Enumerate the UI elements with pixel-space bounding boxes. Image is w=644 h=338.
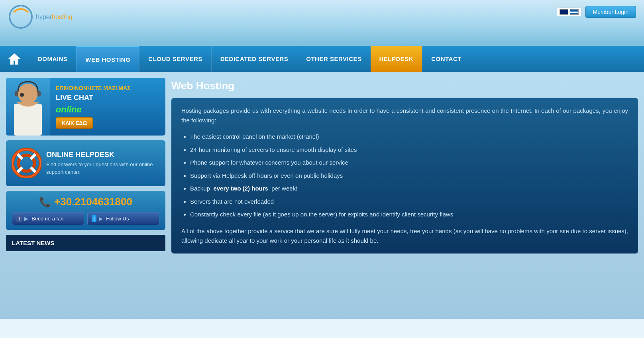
- lifebuoy-icon: [12, 148, 41, 178]
- home-icon: [7, 52, 22, 66]
- svg-rect-6: [37, 91, 41, 96]
- helpdesk-description: Find answers to your questions with our …: [46, 161, 160, 175]
- helpdesk-widget[interactable]: ONLINE HELPDESK Find answers to your que…: [6, 140, 165, 186]
- svg-point-13: [13, 149, 41, 177]
- latest-news-bar: LATEST NEWS: [6, 235, 165, 251]
- flag-gr[interactable]: [570, 9, 579, 15]
- nav-item-other-services[interactable]: OTHER SERVICES: [297, 46, 370, 72]
- logo[interactable]: hyperhosting: [8, 4, 73, 30]
- list-item: Servers that are not overloaded: [190, 197, 628, 206]
- helpdesk-title: ONLINE HELPDESK: [46, 151, 160, 159]
- twitter-button[interactable]: t ▶ Follow Us: [87, 212, 159, 225]
- twitter-label: Follow Us: [106, 216, 129, 222]
- svg-line-11: [18, 167, 22, 172]
- agent-avatar: [8, 80, 48, 136]
- svg-point-4: [20, 93, 24, 97]
- chat-info: ΕΠΙΚΟΙΝΩΝΗΣΤΕ ΜΑΖΙ ΜΑΣ LIVE CHAT online …: [50, 78, 137, 136]
- content-box: Hosting packages provide us with everyth…: [171, 98, 638, 254]
- chat-button[interactable]: ΚΛΙΚ ΕΔΩ: [56, 117, 93, 129]
- nav-item-domains[interactable]: DOMAINS: [29, 46, 76, 72]
- list-item: 24-hour monitoring of servers to ensure …: [190, 145, 628, 155]
- chat-status: online: [56, 104, 131, 115]
- facebook-label: Become a fan: [31, 216, 63, 222]
- content-outro: All of the above together provide a serv…: [181, 226, 628, 246]
- phone-icon: 📞: [39, 197, 51, 208]
- logo-text: hyperhosting: [36, 14, 73, 21]
- svg-marker-1: [8, 53, 21, 65]
- logo-hosting: hosting: [52, 14, 73, 20]
- list-item: Backup every two (2) hours per week!: [190, 184, 628, 193]
- helpdesk-text: ONLINE HELPDESK Find answers to your que…: [46, 151, 160, 175]
- language-selector[interactable]: [557, 8, 581, 16]
- flag-uk[interactable]: [560, 9, 568, 15]
- logo-hyper: hyper: [36, 14, 52, 20]
- svg-line-12: [31, 167, 35, 172]
- facebook-button[interactable]: f ▶ Become a fan: [12, 212, 84, 225]
- phone-number: 📞 +30.2104631800: [12, 196, 159, 208]
- twitter-arrow: ▶: [99, 216, 103, 222]
- social-buttons: f ▶ Become a fan t ▶ Follow Us: [12, 212, 159, 225]
- member-login-button[interactable]: Member Login: [585, 6, 636, 18]
- list-item: Support via Helpdesk off-hours or even o…: [190, 171, 628, 181]
- list-item: Constantly check every file (as it goes …: [190, 210, 628, 219]
- sidebar: ΕΠΙΚΟΙΝΩΝΗΣΤΕ ΜΑΖΙ ΜΑΣ LIVE CHAT online …: [6, 78, 165, 313]
- nav-item-cloud-servers[interactable]: CLOUD SERVERS: [139, 46, 211, 72]
- nav-home[interactable]: [0, 46, 29, 72]
- svg-line-10: [31, 154, 35, 159]
- nav-item-dedicated-servers[interactable]: DEDICATED SERVERS: [211, 46, 297, 72]
- content-title: Web Hosting: [171, 80, 638, 92]
- svg-rect-5: [15, 91, 18, 96]
- phone-widget: 📞 +30.2104631800 f ▶ Become a fan t ▶ Fo…: [6, 191, 165, 230]
- features-list: The easiest control panel on the market …: [181, 132, 628, 219]
- header: hyperhosting Member Login: [0, 0, 644, 46]
- header-right: Member Login: [557, 4, 636, 18]
- nav-item-helpdesk[interactable]: HELPDESK: [371, 46, 422, 72]
- navigation: DOMAINS WEB HOSTING CLOUD SERVERS DEDICA…: [0, 46, 644, 72]
- main-container: ΕΠΙΚΟΙΝΩΝΗΣΤΕ ΜΑΖΙ ΜΑΣ LIVE CHAT online …: [0, 72, 644, 319]
- svg-line-9: [18, 154, 22, 159]
- live-chat-widget: ΕΠΙΚΟΙΝΩΝΗΣΤΕ ΜΑΖΙ ΜΑΣ LIVE CHAT online …: [6, 78, 165, 136]
- twitter-icon: t: [92, 215, 96, 222]
- chat-subtitle: LIVE CHAT: [56, 94, 131, 102]
- content-intro: Hosting packages provide us with everyth…: [181, 106, 628, 125]
- chat-person-image: [6, 78, 50, 136]
- chat-title: ΕΠΙΚΟΙΝΩΝΗΣΤΕ ΜΑΖΙ ΜΑΣ: [56, 85, 131, 91]
- content-area: Web Hosting Hosting packages provide us …: [165, 78, 638, 313]
- svg-rect-3: [14, 104, 42, 136]
- facebook-icon: f: [16, 215, 22, 222]
- list-item: The easiest control panel on the market …: [190, 132, 628, 141]
- nav-item-web-hosting[interactable]: WEB HOSTING: [76, 46, 139, 72]
- nav-item-contact[interactable]: CONTACT: [422, 46, 470, 72]
- facebook-arrow: ▶: [24, 216, 28, 222]
- list-item: Phone support for whatever concerns you …: [190, 158, 628, 167]
- logo-icon: [8, 4, 34, 30]
